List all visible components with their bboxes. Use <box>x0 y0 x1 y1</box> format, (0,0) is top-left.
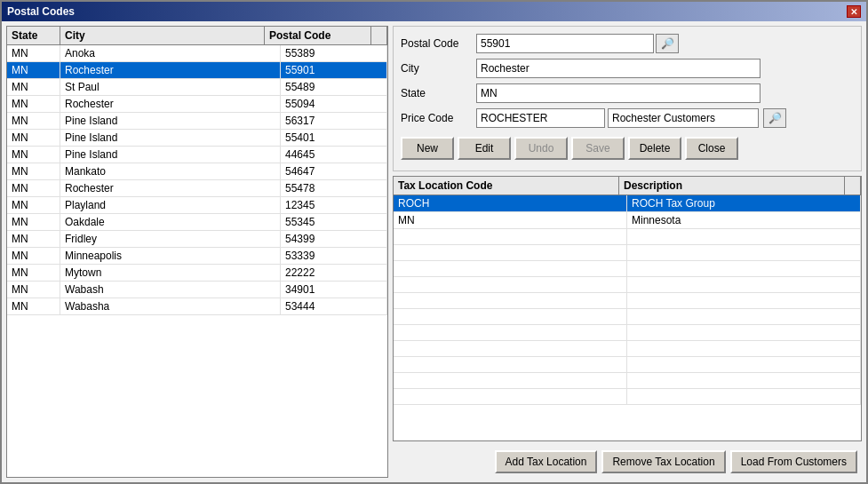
list-cell-postal: 55401 <box>281 130 387 146</box>
list-cell-city: Pine Island <box>60 130 281 146</box>
list-cell-postal: 22222 <box>281 265 387 281</box>
tax-cell-code <box>394 309 627 324</box>
city-input[interactable] <box>476 59 760 78</box>
remove-tax-location-button[interactable]: Remove Tax Location <box>601 450 725 473</box>
list-cell-state: MN <box>7 180 60 196</box>
tax-row[interactable] <box>394 341 861 357</box>
list-cell-state: MN <box>7 298 60 314</box>
list-item[interactable]: MN Pine Island 56317 <box>7 113 387 130</box>
tax-table-body[interactable]: ROCH ROCH Tax Group MN Minnesota <box>394 195 861 440</box>
list-scroll-header <box>371 27 387 44</box>
tax-row[interactable] <box>394 277 861 293</box>
tax-row[interactable] <box>394 261 861 277</box>
list-item[interactable]: MN Playland 12345 <box>7 197 387 214</box>
tax-cell-description <box>627 341 861 356</box>
postal-code-label: Postal Code <box>401 37 476 50</box>
tax-cell-description <box>627 389 861 404</box>
tax-cell-code <box>394 373 627 388</box>
postal-code-input[interactable] <box>476 34 654 53</box>
list-cell-city: St Paul <box>60 79 281 95</box>
list-cell-postal: 54399 <box>281 231 387 247</box>
state-input[interactable] <box>476 83 760 103</box>
price-code-name-input[interactable] <box>608 108 759 128</box>
list-item[interactable]: MN Minneapolis 53339 <box>7 248 387 265</box>
tax-cell-description <box>627 229 861 244</box>
list-item[interactable]: MN St Paul 55489 <box>7 79 387 96</box>
tax-cell-code <box>394 261 627 276</box>
tax-cell-description <box>627 325 861 340</box>
new-button[interactable]: New <box>401 137 454 160</box>
tax-cell-code <box>394 341 627 356</box>
price-code-row: Price Code 🔎 <box>401 108 854 128</box>
price-code-lookup-button[interactable]: 🔎 <box>763 108 786 128</box>
tax-cell-description <box>627 261 861 276</box>
col-header-postal: Postal Code <box>265 27 371 44</box>
tax-cell-description <box>627 277 861 292</box>
list-cell-postal: 55389 <box>281 45 387 61</box>
list-cell-state: MN <box>7 45 60 61</box>
list-cell-city: Rochester <box>60 180 281 196</box>
list-cell-city: Minneapolis <box>60 248 281 264</box>
list-cell-state: MN <box>7 248 60 264</box>
tax-cell-description <box>627 245 861 260</box>
add-tax-location-button[interactable]: Add Tax Location <box>495 450 598 473</box>
tax-row[interactable] <box>394 245 861 261</box>
list-cell-state: MN <box>7 62 60 78</box>
list-item[interactable]: MN Mankato 54647 <box>7 163 387 180</box>
postal-codes-list-panel: State City Postal Code MN Anoka 55389 MN… <box>6 26 388 478</box>
list-cell-postal: 55094 <box>281 96 387 112</box>
form-section: Postal Code 🔎 City State <box>393 26 862 171</box>
list-item[interactable]: MN Fridley 54399 <box>7 231 387 248</box>
load-from-customers-button[interactable]: Load From Customers <box>730 450 857 473</box>
list-cell-state: MN <box>7 163 60 179</box>
list-item[interactable]: MN Wabasha 53444 <box>7 298 387 315</box>
postal-code-lookup-button[interactable]: 🔎 <box>656 34 679 53</box>
tax-cell-code <box>394 277 627 292</box>
tax-row[interactable]: ROCH ROCH Tax Group <box>394 195 861 212</box>
postal-codes-list-body[interactable]: MN Anoka 55389 MN Rochester 55901 MN St … <box>7 45 387 477</box>
lookup-icon: 🔎 <box>661 37 674 50</box>
list-item[interactable]: MN Mytown 22222 <box>7 265 387 282</box>
tax-col-header-code: Tax Location Code <box>394 177 619 194</box>
tax-cell-code <box>394 229 627 244</box>
undo-button[interactable]: Undo <box>514 137 568 160</box>
tax-row[interactable] <box>394 357 861 373</box>
tax-row[interactable] <box>394 325 861 341</box>
tax-row[interactable] <box>394 293 861 309</box>
list-item[interactable]: MN Rochester 55094 <box>7 96 387 113</box>
window-title: Postal Codes <box>7 5 75 18</box>
tax-cell-description: ROCH Tax Group <box>627 195 861 211</box>
tax-row[interactable] <box>394 229 861 245</box>
list-item[interactable]: MN Pine Island 55401 <box>7 130 387 147</box>
close-button[interactable]: Close <box>685 137 738 160</box>
action-buttons: New Edit Undo Save Delete Close <box>401 133 854 163</box>
right-panel: Postal Code 🔎 City State <box>393 26 862 478</box>
list-item[interactable]: MN Oakdale 55345 <box>7 214 387 231</box>
list-item[interactable]: MN Anoka 55389 <box>7 45 387 62</box>
list-item[interactable]: MN Pine Island 44645 <box>7 147 387 163</box>
close-window-button[interactable]: ✕ <box>847 5 861 18</box>
bottom-buttons: Add Tax Location Remove Tax Location Loa… <box>393 446 862 478</box>
tax-cell-code <box>394 325 627 340</box>
list-item[interactable]: MN Rochester 55478 <box>7 180 387 197</box>
edit-button[interactable]: Edit <box>458 137 511 160</box>
tax-cell-description <box>627 373 861 388</box>
list-cell-state: MN <box>7 96 60 112</box>
list-item[interactable]: MN Wabash 34901 <box>7 282 387 298</box>
tax-row[interactable] <box>394 373 861 389</box>
postal-codes-window: Postal Codes ✕ State City Postal Code MN… <box>0 0 868 484</box>
tax-row[interactable]: MN Minnesota <box>394 212 861 229</box>
list-cell-city: Fridley <box>60 231 281 247</box>
save-button[interactable]: Save <box>571 137 625 160</box>
tax-row[interactable] <box>394 309 861 325</box>
list-cell-state: MN <box>7 214 60 230</box>
price-code-input[interactable] <box>476 108 605 128</box>
tax-cell-code: ROCH <box>394 195 627 211</box>
price-code-inputs: 🔎 <box>476 108 786 128</box>
list-cell-state: MN <box>7 147 60 163</box>
list-cell-city: Anoka <box>60 45 281 61</box>
tax-row[interactable] <box>394 389 861 405</box>
delete-button[interactable]: Delete <box>628 137 681 160</box>
list-item[interactable]: MN Rochester 55901 <box>7 62 387 79</box>
list-cell-postal: 55901 <box>281 62 387 78</box>
